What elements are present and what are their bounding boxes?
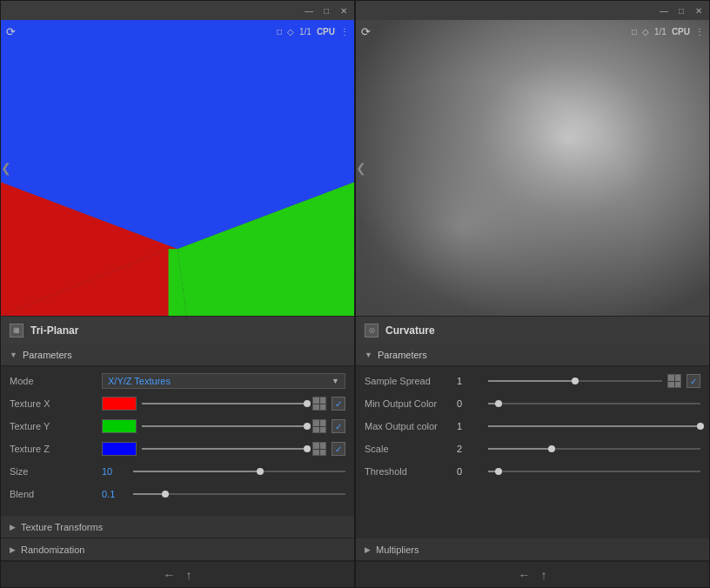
min-output-color-slider[interactable] xyxy=(488,403,700,404)
min-output-color-label: Min Output Color xyxy=(365,398,452,409)
texture-x-label: Texture X xyxy=(10,398,97,409)
curvature-maximize-button[interactable]: □ xyxy=(676,5,687,16)
scale-row: Scale 2 xyxy=(356,438,709,460)
threshold-slider[interactable] xyxy=(488,471,700,472)
maximize-button[interactable]: □ xyxy=(321,5,332,16)
texture-z-grid-icon[interactable] xyxy=(312,442,326,456)
texture-transforms-label: Texture Transforms xyxy=(21,522,103,532)
viewport-left-arrow[interactable]: ❮ xyxy=(1,161,11,175)
size-row: Size 10 xyxy=(1,460,354,483)
viewport-right-controls: □ ◇ 1/1 CPU ⋮ xyxy=(277,27,349,37)
texture-x-checkbox[interactable] xyxy=(332,397,345,411)
texture-z-checkbox[interactable] xyxy=(332,442,345,456)
scale-value: 2 xyxy=(457,444,483,454)
curvature-parameters-section-header[interactable]: ▼ Parameters xyxy=(356,344,709,366)
curvature-left-arrow[interactable]: ❮ xyxy=(356,161,366,175)
texture-y-swatch[interactable] xyxy=(102,419,137,433)
curvature-panel-header: ◎ Curvature xyxy=(356,316,709,344)
curvature-up-arrow[interactable]: ↑ xyxy=(541,568,547,582)
curvature-rotate-icon[interactable]: ⟳ xyxy=(361,25,371,38)
texture-x-swatch[interactable] xyxy=(102,397,137,411)
curvature-panel: — □ ✕ ⟳ □ ◇ xyxy=(355,0,710,588)
threshold-row: Threshold 0 xyxy=(356,460,709,483)
svg-rect-6 xyxy=(356,20,709,316)
curvature-panel-bottom: ◎ Curvature ▼ Parameters Sample Spread 1 xyxy=(356,316,709,587)
max-output-color-row: Max Output color 1 xyxy=(356,415,709,438)
fraction-label: 1/1 xyxy=(299,27,311,37)
multipliers-section[interactable]: ▶ Multipliers xyxy=(356,538,709,561)
max-output-color-slider[interactable] xyxy=(488,425,700,427)
curvature-svg xyxy=(356,20,709,316)
sample-spread-label: Sample Spread xyxy=(365,376,452,386)
scale-slider[interactable] xyxy=(488,448,700,450)
max-output-color-label: Max Output color xyxy=(365,421,452,431)
curvature-minimize-button[interactable]: — xyxy=(659,5,669,16)
curvature-section-collapse-arrow: ▼ xyxy=(365,351,372,359)
texture-y-row: Texture Y xyxy=(1,415,354,438)
up-arrow[interactable]: ↑ xyxy=(186,568,192,582)
minimize-button[interactable]: — xyxy=(304,5,314,16)
curvature-back-arrow[interactable]: ← xyxy=(519,568,531,582)
curvature-title-bar: — □ ✕ xyxy=(356,1,709,20)
diamond-icon[interactable]: ◇ xyxy=(287,27,294,37)
max-output-color-value: 1 xyxy=(457,421,483,431)
texture-transforms-section[interactable]: ▶ Texture Transforms xyxy=(1,516,354,538)
parameters-label: Parameters xyxy=(23,350,72,360)
texture-y-slider[interactable] xyxy=(142,425,307,427)
triplanar-viewport-controls: ⟳ □ ◇ 1/1 CPU ⋮ xyxy=(6,25,349,38)
mode-value: X/Y/Z Textures xyxy=(108,376,171,386)
size-label: Size xyxy=(10,466,97,477)
back-arrow[interactable]: ← xyxy=(164,568,176,582)
rect-icon[interactable]: □ xyxy=(277,27,282,37)
texture-y-grid-icon[interactable] xyxy=(312,419,326,433)
triplanar-params-area: Mode X/Y/Z Textures ▼ Texture X Tex xyxy=(1,366,354,516)
triplanar-panel: — □ ✕ ⟳ □ ◇ 1/1 CPU ⋮ ❮ xyxy=(0,0,355,588)
randomization-section[interactable]: ▶ Randomization xyxy=(1,538,354,561)
curvature-icon: ◎ xyxy=(365,324,378,337)
size-slider[interactable] xyxy=(133,471,345,472)
curvature-more-icon[interactable]: ⋮ xyxy=(695,27,704,37)
blend-label: Blend xyxy=(10,489,97,499)
texture-x-grid-icon[interactable] xyxy=(312,397,326,411)
curvature-fraction-label: 1/1 xyxy=(654,27,666,37)
curvature-params-area: Sample Spread 1 Min Output Color 0 xyxy=(356,366,709,538)
curvature-viewport-controls: ⟳ □ ◇ 1/1 CPU ⋮ xyxy=(361,25,704,38)
dropdown-arrow-icon: ▼ xyxy=(332,377,339,385)
rotate-icon[interactable]: ⟳ xyxy=(6,25,16,38)
texture-z-slider[interactable] xyxy=(142,448,307,450)
mode-row: Mode X/Y/Z Textures ▼ xyxy=(1,370,354,392)
texture-y-label: Texture Y xyxy=(10,421,97,431)
parameters-section-header[interactable]: ▼ Parameters xyxy=(1,344,354,366)
multipliers-arrow: ▶ xyxy=(365,545,371,554)
curvature-title: Curvature xyxy=(385,324,435,337)
threshold-label: Threshold xyxy=(365,466,452,477)
texture-x-slider[interactable] xyxy=(142,403,307,404)
curvature-close-button[interactable]: ✕ xyxy=(693,5,704,16)
mode-dropdown[interactable]: X/Y/Z Textures ▼ xyxy=(102,373,345,389)
blend-slider[interactable] xyxy=(133,493,345,495)
cpu-label: CPU xyxy=(317,27,335,37)
sample-spread-checkbox[interactable] xyxy=(687,374,700,388)
triplanar-title-bar: — □ ✕ xyxy=(1,1,354,20)
multipliers-label: Multipliers xyxy=(376,545,419,555)
texture-z-swatch[interactable] xyxy=(102,442,137,456)
texture-x-row: Texture X xyxy=(1,392,354,415)
mode-label: Mode xyxy=(10,376,97,386)
blend-row: Blend 0.1 xyxy=(1,483,354,505)
texture-y-checkbox[interactable] xyxy=(332,419,345,433)
texture-z-row: Texture Z xyxy=(1,438,354,460)
close-button[interactable]: ✕ xyxy=(338,5,349,16)
more-icon[interactable]: ⋮ xyxy=(340,27,349,37)
texture-z-label: Texture Z xyxy=(10,444,97,454)
curvature-bottom-nav: ← ↑ xyxy=(356,561,709,587)
triplanar-title: Tri-Planar xyxy=(30,324,78,337)
curvature-rect-icon[interactable]: □ xyxy=(632,27,637,37)
sample-spread-slider[interactable] xyxy=(488,380,662,382)
size-value: 10 xyxy=(102,466,128,477)
min-output-color-value: 0 xyxy=(457,398,483,409)
sample-spread-row: Sample Spread 1 xyxy=(356,370,709,392)
sample-spread-grid-icon[interactable] xyxy=(667,374,681,388)
curvature-diamond-icon[interactable]: ◇ xyxy=(642,27,649,37)
curvature-parameters-label: Parameters xyxy=(378,350,427,360)
triplanar-bottom-nav: ← ↑ xyxy=(1,561,354,587)
